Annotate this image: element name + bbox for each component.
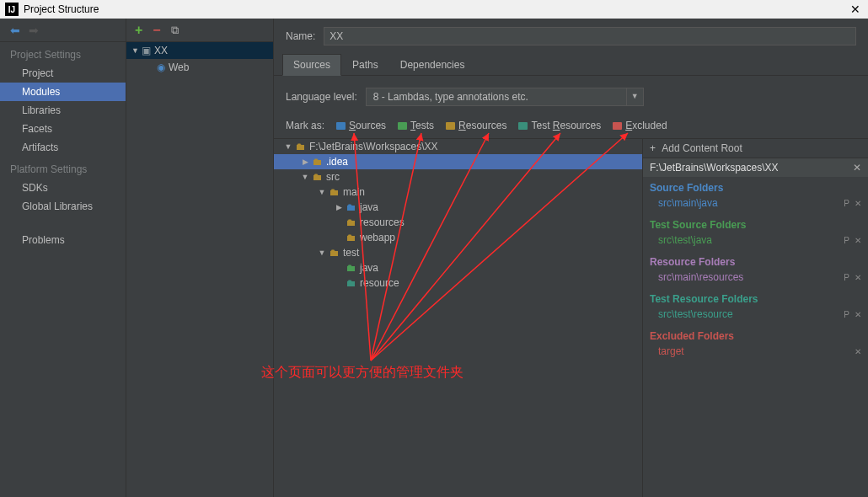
module-row[interactable]: ▼ ▣ XX <box>126 42 273 59</box>
tree-row[interactable]: ▶🖿.idea <box>274 154 642 169</box>
roots-entry[interactable]: src\test\javaP✕ <box>650 233 861 251</box>
tree-row[interactable]: ▶🖿java <box>274 200 642 215</box>
edit-props-icon[interactable]: P <box>844 199 849 208</box>
roots-entry-actions: P✕ <box>844 236 861 245</box>
mark-as-sources[interactable]: Sources <box>336 120 386 131</box>
tree-row[interactable]: 🖿resource <box>274 275 642 291</box>
tree-label: test <box>343 247 359 259</box>
window-title: Project Structure <box>24 3 99 15</box>
roots-section-title: Test Source Folders <box>650 219 861 233</box>
expand-icon[interactable]: ▼ <box>318 248 326 257</box>
tree-label: webapp <box>360 232 395 243</box>
mark-label: Resources <box>458 120 506 131</box>
roots-section-title: Excluded Folders <box>650 330 861 345</box>
sidebar-item-artifacts[interactable]: Artifacts <box>0 138 126 157</box>
expand-icon[interactable]: ▶ <box>335 203 343 211</box>
sidebar-item-modules[interactable]: Modules <box>0 83 126 101</box>
folder-icon: 🖿 <box>313 171 323 183</box>
title-bar: IJ Project Structure ✕ <box>0 0 868 19</box>
close-icon[interactable]: ✕ <box>843 3 868 16</box>
forward-icon[interactable]: ➡ <box>29 24 39 37</box>
module-name-input[interactable] <box>324 27 856 45</box>
roots-entry[interactable]: src\test\resourceP✕ <box>650 307 861 325</box>
remove-folder-icon[interactable]: ✕ <box>855 236 861 245</box>
remove-module-icon[interactable]: − <box>153 23 160 38</box>
folder-icon: 🖿 <box>346 201 356 213</box>
sidebar-item-global-libraries[interactable]: Global Libraries <box>0 197 126 216</box>
tree-row[interactable]: 🖿java <box>274 260 642 275</box>
edit-props-icon[interactable]: P <box>844 236 849 245</box>
sidebar-item-libraries[interactable]: Libraries <box>0 101 126 120</box>
remove-folder-icon[interactable]: ✕ <box>855 199 861 208</box>
roots-entry-actions: ✕ <box>855 347 861 356</box>
folder-icon: 🖿 <box>330 186 340 198</box>
edit-props-icon[interactable]: P <box>844 273 849 282</box>
back-icon[interactable]: ⬅ <box>10 24 20 37</box>
app-icon: IJ <box>5 3 19 16</box>
folder-icon <box>613 122 622 130</box>
sidebar-item-sdks[interactable]: SDKs <box>0 179 126 197</box>
sidebar-item-problems[interactable]: Problems <box>0 231 126 249</box>
expand-icon[interactable]: ▼ <box>318 188 326 196</box>
roots-section: Resource Folderssrc\main\resourcesP✕ <box>643 251 868 288</box>
tree-label: main <box>343 186 365 198</box>
folder-icon: 🖿 <box>346 216 356 228</box>
tree-row[interactable]: 🖿webapp <box>274 230 642 245</box>
mark-as-tests[interactable]: Tests <box>398 120 434 131</box>
content-root-path[interactable]: F:\JetBrains\Workspaces\XX ✕ <box>643 158 868 177</box>
expand-icon[interactable]: ▼ <box>284 142 292 151</box>
sidebar-item-project[interactable]: Project <box>0 64 126 83</box>
mark-as-label: Mark as: <box>286 120 324 131</box>
tree-row[interactable]: 🖿resources <box>274 215 642 230</box>
roots-entry[interactable]: src\main\javaP✕ <box>650 196 861 214</box>
mark-as-resources[interactable]: Resources <box>446 120 506 131</box>
roots-entry-path: target <box>658 345 684 357</box>
content-root-path-text: F:\JetBrains\Workspaces\XX <box>650 162 779 174</box>
roots-entry-path: src\test\java <box>658 234 712 246</box>
tab-paths[interactable]: Paths <box>341 54 389 75</box>
add-content-root-label: Add Content Root <box>662 142 742 154</box>
roots-section: Source Folderssrc\main\javaP✕ <box>643 177 868 214</box>
remove-folder-icon[interactable]: ✕ <box>855 310 861 319</box>
tab-sources[interactable]: Sources <box>282 54 341 76</box>
mark-label: Test Resources <box>531 120 601 131</box>
facet-row[interactable]: ◉ Web <box>126 59 273 76</box>
tab-dependencies[interactable]: Dependencies <box>389 54 476 75</box>
tree-row[interactable]: ▼🖿F:\JetBrains\Workspaces\XX <box>274 139 642 154</box>
roots-entry[interactable]: src\main\resourcesP✕ <box>650 270 861 288</box>
mark-label: Excluded <box>625 120 667 131</box>
expand-icon[interactable]: ▶ <box>301 158 309 166</box>
tree-label: .idea <box>326 156 348 168</box>
add-module-icon[interactable]: + <box>135 23 142 38</box>
sidebar-item-facets[interactable]: Facets <box>0 120 126 138</box>
roots-section-title: Test Resource Folders <box>650 293 861 307</box>
folder-icon <box>398 122 407 130</box>
folder-icon: 🖿 <box>330 247 340 259</box>
sidebar-section-header: Platform Settings <box>0 157 126 179</box>
plus-icon: + <box>650 142 658 154</box>
tree-label: java <box>360 201 378 213</box>
roots-section: Test Source Folderssrc\test\javaP✕ <box>643 214 868 251</box>
expand-icon[interactable]: ▼ <box>131 46 142 55</box>
roots-entry-actions: P✕ <box>844 310 861 319</box>
expand-icon[interactable]: ▼ <box>301 173 309 181</box>
tree-row[interactable]: ▼🖿test <box>274 245 642 260</box>
mark-as-test-resources[interactable]: Test Resources <box>518 120 601 131</box>
add-content-root-button[interactable]: + Add Content Root <box>643 139 868 158</box>
roots-section-title: Source Folders <box>650 182 861 196</box>
roots-entry[interactable]: target✕ <box>650 345 861 362</box>
remove-folder-icon[interactable]: ✕ <box>855 273 861 282</box>
tree-row[interactable]: ▼🖿main <box>274 184 642 200</box>
tree-row[interactable]: ▼🖿src <box>274 169 642 184</box>
copy-module-icon[interactable]: ⧉ <box>171 24 179 37</box>
main-panel: Name: SourcesPathsDependencies Language … <box>274 19 868 497</box>
language-level-select[interactable]: 8 - Lambdas, type annotations etc. ▼ <box>366 88 644 106</box>
remove-folder-icon[interactable]: ✕ <box>855 347 861 356</box>
dropdown-icon[interactable]: ▼ <box>627 88 644 106</box>
folder-icon: 🖿 <box>313 156 323 168</box>
tree-label: resource <box>360 277 399 289</box>
remove-root-icon[interactable]: ✕ <box>853 162 861 174</box>
mark-as-excluded[interactable]: Excluded <box>613 120 667 131</box>
edit-props-icon[interactable]: P <box>844 310 849 319</box>
roots-section: Excluded Folderstarget✕ <box>643 325 868 362</box>
